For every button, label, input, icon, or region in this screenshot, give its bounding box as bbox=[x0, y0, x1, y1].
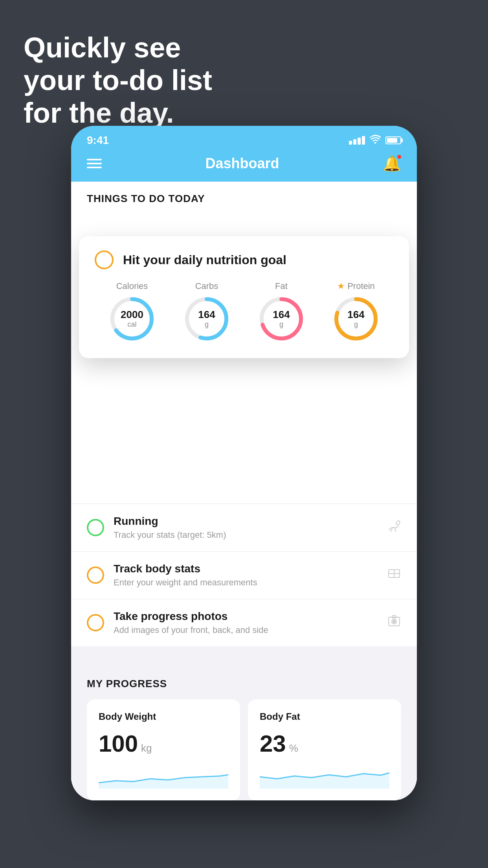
todo-list: Running Track your stats (target: 5km) bbox=[71, 378, 417, 800]
carbs-circle: 164 g bbox=[183, 295, 230, 342]
protein-label: ★ Protein bbox=[337, 281, 375, 291]
body-stats-title: Track body stats bbox=[114, 563, 387, 575]
nutrition-calories: Calories 2000 cal bbox=[108, 281, 156, 342]
svg-point-14 bbox=[393, 620, 395, 623]
running-subtitle: Track your stats (target: 5km) bbox=[114, 530, 387, 540]
body-fat-unit: % bbox=[289, 742, 298, 754]
fat-label: Fat bbox=[275, 281, 288, 291]
protein-circle: 164 g bbox=[332, 295, 380, 342]
section-header: THINGS TO DO TODAY bbox=[71, 182, 417, 213]
body-fat-value: 23 % bbox=[260, 730, 389, 757]
body-weight-number: 100 bbox=[99, 730, 138, 757]
body-weight-title: Body Weight bbox=[99, 711, 228, 722]
signal-icon bbox=[349, 136, 365, 145]
body-stats-icon bbox=[387, 566, 401, 584]
wifi-icon bbox=[370, 135, 381, 146]
body-weight-unit: kg bbox=[141, 742, 152, 754]
carbs-label: Carbs bbox=[195, 281, 218, 291]
body-weight-value: 100 kg bbox=[99, 730, 228, 757]
calories-label: Calories bbox=[116, 281, 148, 291]
body-fat-card: Body Fat 23 % bbox=[248, 699, 401, 800]
body-weight-chart bbox=[99, 765, 228, 789]
nutrition-card-title: Hit your daily nutrition goal bbox=[123, 253, 286, 267]
photos-icon bbox=[387, 614, 401, 631]
body-fat-chart bbox=[260, 765, 389, 789]
body-stats-text: Track body stats Enter your weight and m… bbox=[114, 563, 387, 588]
nutrition-circles: Calories 2000 cal bbox=[95, 281, 393, 342]
status-time: 9:41 bbox=[87, 134, 109, 147]
body-stats-subtitle: Enter your weight and measurements bbox=[114, 577, 387, 588]
hero-line-2: your to-do list bbox=[24, 64, 212, 97]
calories-circle: 2000 cal bbox=[108, 295, 156, 342]
running-icon bbox=[387, 519, 401, 536]
body-weight-card: Body Weight 100 kg bbox=[87, 699, 240, 800]
hero-line-1: Quickly see bbox=[24, 31, 212, 64]
status-icons bbox=[349, 135, 401, 146]
star-icon: ★ bbox=[337, 281, 345, 291]
photos-checkbox[interactable] bbox=[87, 614, 104, 631]
app-content: THINGS TO DO TODAY Hit your daily nutrit… bbox=[71, 182, 417, 800]
nutrition-checkbox[interactable] bbox=[95, 250, 114, 269]
section-title: THINGS TO DO TODAY bbox=[87, 193, 401, 205]
progress-title: MY PROGRESS bbox=[87, 678, 401, 690]
progress-cards: Body Weight 100 kg bbox=[87, 699, 401, 800]
running-title: Running bbox=[114, 515, 387, 528]
svg-point-8 bbox=[396, 520, 401, 526]
fat-circle: 164 g bbox=[258, 295, 305, 342]
todo-item-running[interactable]: Running Track your stats (target: 5km) bbox=[71, 504, 417, 551]
nutrition-fat: Fat 164 g bbox=[258, 281, 305, 342]
body-fat-title: Body Fat bbox=[260, 711, 389, 722]
bell-button[interactable]: 🔔 bbox=[383, 155, 401, 172]
card-header: Hit your daily nutrition goal bbox=[95, 250, 393, 269]
photos-subtitle: Add images of your front, back, and side bbox=[114, 625, 387, 635]
nav-title: Dashboard bbox=[205, 155, 279, 172]
notification-badge bbox=[396, 154, 402, 160]
running-text: Running Track your stats (target: 5km) bbox=[114, 515, 387, 540]
running-checkbox[interactable] bbox=[87, 519, 104, 536]
hamburger-menu[interactable] bbox=[87, 159, 102, 168]
hero-text: Quickly see your to-do list for the day. bbox=[24, 31, 212, 129]
nutrition-carbs: Carbs 164 g bbox=[183, 281, 230, 342]
photos-title: Take progress photos bbox=[114, 610, 387, 623]
nutrition-protein: ★ Protein 164 g bbox=[332, 281, 380, 342]
hero-line-3: for the day. bbox=[24, 97, 212, 129]
status-bar: 9:41 bbox=[71, 126, 417, 149]
body-fat-number: 23 bbox=[260, 730, 286, 757]
progress-section: MY PROGRESS Body Weight 100 kg bbox=[71, 662, 417, 800]
photos-text: Take progress photos Add images of your … bbox=[114, 610, 387, 635]
battery-icon bbox=[385, 136, 401, 144]
todo-item-photos[interactable]: Take progress photos Add images of your … bbox=[71, 599, 417, 646]
nav-bar: Dashboard 🔔 bbox=[71, 149, 417, 182]
phone-frame: 9:41 Dashboard 🔔 TH bbox=[71, 126, 417, 800]
nutrition-card: Hit your daily nutrition goal Calories bbox=[79, 236, 409, 358]
body-stats-checkbox[interactable] bbox=[87, 566, 104, 584]
todo-item-body-stats[interactable]: Track body stats Enter your weight and m… bbox=[71, 551, 417, 599]
